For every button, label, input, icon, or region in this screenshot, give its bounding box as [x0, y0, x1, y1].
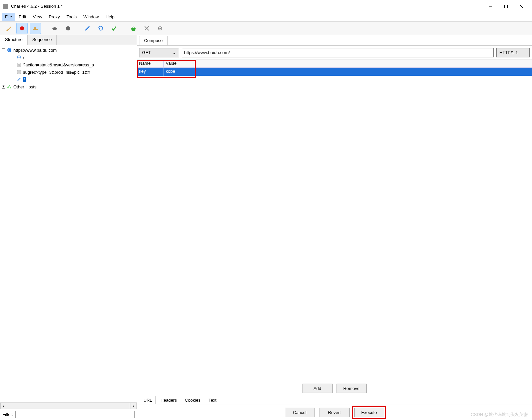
- url-input[interactable]: [182, 48, 494, 57]
- add-button[interactable]: Add: [303, 384, 333, 393]
- turtle-icon[interactable]: [49, 23, 60, 34]
- method-select[interactable]: GET ⌄: [139, 48, 179, 57]
- menu-help[interactable]: Help: [102, 13, 118, 21]
- menu-view[interactable]: View: [29, 13, 45, 21]
- horizontal-scrollbar[interactable]: ‹ ›: [0, 402, 137, 409]
- svg-marker-4: [6, 29, 9, 31]
- gear-icon[interactable]: [154, 23, 166, 34]
- subtab-text[interactable]: Text: [205, 396, 220, 404]
- svg-rect-1: [505, 5, 508, 8]
- scroll-left-icon[interactable]: ‹: [0, 403, 7, 409]
- svg-rect-8: [34, 27, 36, 29]
- revert-button[interactable]: Revert: [320, 408, 350, 417]
- svg-text:JS: JS: [18, 64, 20, 66]
- tree-host-label: https://www.baidu.com: [13, 48, 57, 53]
- app-window: Charles 4.6.2 - Session 1 * File Edit Vi…: [0, 0, 532, 420]
- menu-file[interactable]: File: [2, 13, 15, 21]
- param-header: Name Value: [137, 60, 532, 68]
- svg-point-16: [159, 28, 161, 29]
- svg-point-27: [7, 87, 9, 88]
- window-title: Charles 4.6.2 - Session 1 *: [11, 4, 483, 9]
- menu-window[interactable]: Window: [80, 13, 102, 21]
- broom-icon[interactable]: [3, 23, 14, 34]
- tree-host[interactable]: − https://www.baidu.com: [2, 46, 135, 54]
- param-actions: Add Remove: [137, 382, 532, 395]
- main-area: Structure Sequence − https://www.baidu.c…: [0, 35, 532, 420]
- menu-edit[interactable]: Edit: [15, 13, 29, 21]
- remove-button[interactable]: Remove: [337, 384, 367, 393]
- tree-item[interactable]: sugrec?type=3&prod=his&pic=1&fr: [2, 68, 135, 76]
- globe-icon: [7, 47, 12, 53]
- basket-icon[interactable]: [128, 23, 139, 34]
- filter-row: Filter:: [0, 409, 137, 420]
- menu-tools[interactable]: Tools: [63, 13, 80, 21]
- tools-icon[interactable]: [141, 23, 152, 34]
- menubar: File Edit View Proxy Tools Window Help: [0, 12, 532, 22]
- subtab-cookies[interactable]: Cookies: [181, 396, 204, 404]
- window-controls: [483, 1, 529, 11]
- param-value[interactable]: kobe: [164, 68, 532, 76]
- app-icon: [3, 4, 8, 9]
- param-row-selected[interactable]: key kobe: [137, 68, 532, 76]
- svg-line-25: [18, 78, 20, 81]
- tree-collapse-icon[interactable]: −: [2, 48, 5, 52]
- svg-line-11: [85, 26, 89, 30]
- svg-point-26: [9, 85, 10, 86]
- right-panel: Compose GET ⌄ HTTP/1.1 Name Value key: [137, 35, 532, 420]
- menu-proxy[interactable]: Proxy: [45, 13, 63, 21]
- col-name-header[interactable]: Name: [137, 60, 164, 67]
- pen-icon[interactable]: [82, 23, 93, 34]
- svg-point-28: [10, 87, 11, 88]
- cancel-button[interactable]: Cancel: [285, 408, 315, 417]
- method-value: GET: [142, 50, 151, 55]
- refresh-icon[interactable]: [95, 23, 106, 34]
- param-name[interactable]: key: [137, 68, 164, 76]
- tree-item-label: ?action=static&ms=1&version=css_p: [23, 62, 94, 67]
- left-panel: Structure Sequence − https://www.baidu.c…: [0, 35, 137, 420]
- http-version-select[interactable]: HTTP/1.1: [496, 48, 530, 57]
- tree-item-label: /: [23, 77, 26, 82]
- tree-item-label: /: [23, 55, 24, 60]
- hexagon-icon[interactable]: [62, 23, 74, 34]
- svg-rect-7: [33, 29, 38, 30]
- highlight-annotation: [352, 406, 386, 419]
- filter-input[interactable]: [15, 411, 135, 418]
- svg-line-5: [9, 27, 11, 29]
- col-value-header[interactable]: Value: [164, 60, 532, 67]
- request-tree[interactable]: − https://www.baidu.com / JS ?action=sta…: [0, 45, 137, 402]
- request-row: GET ⌄ HTTP/1.1: [137, 46, 532, 60]
- tab-compose[interactable]: Compose: [139, 36, 168, 45]
- tree-item[interactable]: JS ?action=static&ms=1&version=css_p: [2, 61, 135, 68]
- tree-expand-icon[interactable]: +: [2, 85, 5, 89]
- param-table[interactable]: Name Value key kobe: [137, 60, 532, 382]
- tab-sequence[interactable]: Sequence: [28, 35, 57, 45]
- maximize-button[interactable]: [498, 1, 514, 11]
- network-icon: [7, 84, 12, 89]
- scroll-track[interactable]: [7, 403, 130, 409]
- record-icon[interactable]: [16, 23, 28, 34]
- svg-point-6: [20, 26, 24, 30]
- chevron-down-icon: ⌄: [172, 50, 176, 55]
- scroll-right-icon[interactable]: ›: [130, 403, 137, 409]
- left-tabs: Structure Sequence: [0, 35, 137, 45]
- http-version-label: HTTP/1.1: [499, 50, 518, 55]
- tab-structure[interactable]: Structure: [0, 35, 28, 45]
- tree-other-hosts[interactable]: + Other Hosts: [2, 83, 135, 90]
- check-icon[interactable]: [108, 23, 120, 34]
- body-tabs: URL Headers Cookies Text: [137, 395, 532, 405]
- svg-point-9: [52, 27, 57, 30]
- filter-label: Filter:: [2, 412, 13, 417]
- file-icon: [16, 69, 22, 75]
- throttle-icon[interactable]: [30, 23, 41, 34]
- subtab-url[interactable]: URL: [140, 396, 156, 404]
- compose-tabs: Compose: [137, 35, 532, 46]
- tree-item-selected[interactable]: /: [2, 76, 135, 83]
- tree-item[interactable]: /: [2, 54, 135, 61]
- titlebar: Charles 4.6.2 - Session 1 *: [0, 0, 532, 12]
- toolbar: [0, 22, 532, 35]
- tree-item-label: sugrec?type=3&prod=his&pic=1&fr: [23, 70, 90, 75]
- svg-marker-10: [66, 26, 70, 31]
- close-button[interactable]: [514, 1, 529, 11]
- minimize-button[interactable]: [483, 1, 498, 11]
- subtab-headers[interactable]: Headers: [157, 396, 180, 404]
